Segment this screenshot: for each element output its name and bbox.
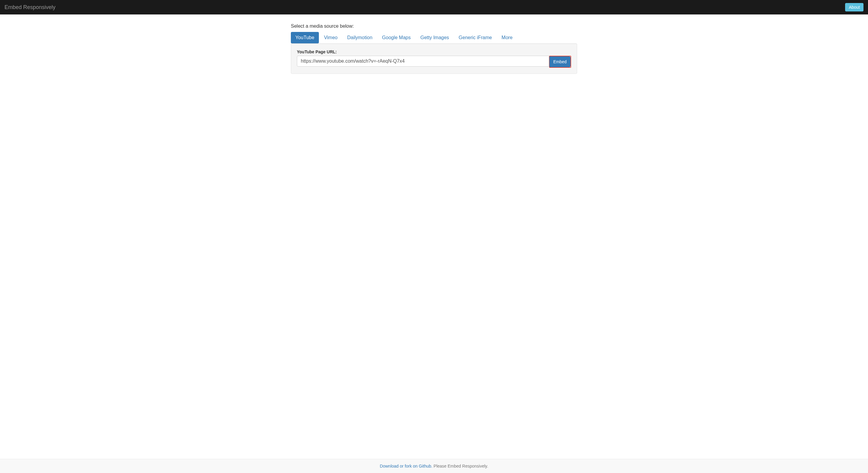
brand-link[interactable]: Embed Responsively bbox=[4, 1, 56, 14]
tab-vimeo[interactable]: Vimeo bbox=[319, 32, 342, 43]
tab-youtube[interactable]: YouTube bbox=[291, 32, 319, 43]
page-footer: Download or fork on Github. Please Embed… bbox=[0, 459, 868, 473]
embed-button[interactable]: Embed bbox=[550, 56, 570, 67]
prompt-text: Select a media source below: bbox=[291, 24, 577, 29]
url-input[interactable] bbox=[297, 56, 549, 67]
tab-more[interactable]: More bbox=[497, 32, 517, 43]
highlight-annotation: Embed bbox=[549, 56, 571, 68]
about-button[interactable]: About bbox=[845, 3, 864, 11]
tab-google-maps[interactable]: Google Maps bbox=[378, 32, 415, 43]
url-label: YouTube Page URL: bbox=[297, 50, 571, 54]
footer-tagline: Please Embed Responsively. bbox=[433, 464, 488, 469]
github-link[interactable]: Download or fork on Github. bbox=[380, 464, 432, 469]
source-tabs: YouTube Vimeo Dailymotion Google Maps Ge… bbox=[291, 32, 577, 43]
tab-getty-images[interactable]: Getty Images bbox=[416, 32, 454, 43]
input-group: Embed bbox=[297, 56, 571, 68]
main-container: Select a media source below: YouTube Vim… bbox=[286, 14, 582, 459]
tab-generic-iframe[interactable]: Generic iFrame bbox=[454, 32, 496, 43]
top-navbar: Embed Responsively About bbox=[0, 0, 868, 14]
tab-dailymotion[interactable]: Dailymotion bbox=[343, 32, 377, 43]
form-well: YouTube Page URL: Embed bbox=[291, 43, 577, 74]
